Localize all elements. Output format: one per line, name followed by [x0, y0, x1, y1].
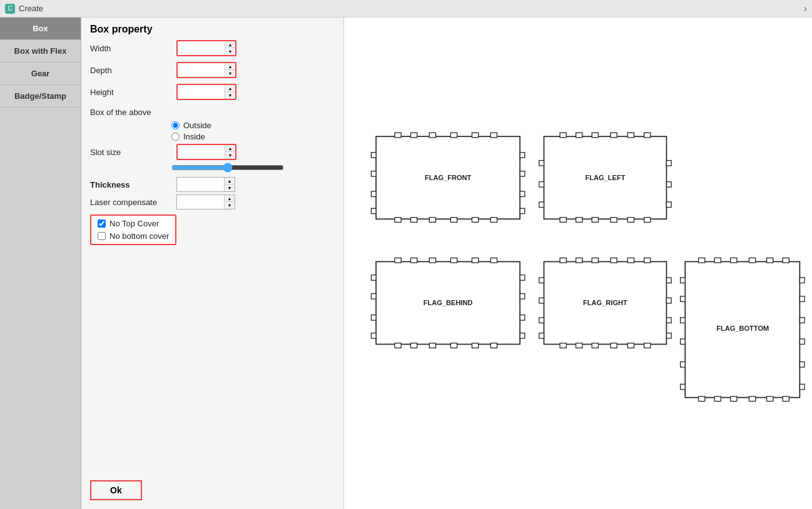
inside-radio[interactable]: [171, 133, 180, 141]
thickness-label: Thickness: [90, 180, 171, 189]
slot-up-btn[interactable]: ▲: [225, 145, 235, 152]
no-top-cover-label[interactable]: No Top Cover: [109, 219, 159, 228]
svg-rect-7: [395, 218, 401, 223]
laser-compensate-row: Laser compensate 0.30 ▲ ▼: [90, 194, 335, 209]
svg-rect-102: [799, 296, 804, 302]
svg-rect-52: [490, 343, 497, 348]
width-input-group: 126.00 ▲ ▼: [176, 40, 236, 56]
svg-rect-90: [714, 396, 721, 401]
svg-rect-97: [681, 318, 686, 323]
svg-rect-62: [560, 258, 566, 263]
svg-rect-12: [490, 218, 497, 223]
height-row: Height 56.00 ▲ ▼: [90, 84, 236, 100]
width-down-btn[interactable]: ▼: [225, 48, 235, 55]
svg-rect-28: [560, 218, 566, 223]
laser-input[interactable]: 0.30: [177, 195, 224, 209]
svg-rect-39: [666, 202, 671, 208]
width-row: Width 126.00 ▲ ▼: [90, 40, 236, 56]
svg-rect-103: [799, 318, 804, 323]
svg-rect-11: [472, 218, 478, 223]
panel-title: Box property: [90, 24, 335, 35]
inside-label[interactable]: Inside: [183, 132, 205, 141]
height-down-btn[interactable]: ▼: [225, 92, 235, 99]
ok-button-area: Ok: [81, 473, 343, 509]
canvas-area: FLAG_FRONT: [344, 18, 812, 509]
svg-rect-70: [592, 343, 598, 348]
svg-rect-105: [799, 362, 804, 368]
sidebar-item-badge-stamp[interactable]: Badge/Stamp: [0, 85, 81, 108]
svg-rect-106: [799, 384, 804, 390]
close-button[interactable]: ›: [804, 3, 807, 14]
no-bottom-cover-checkbox[interactable]: [98, 232, 106, 240]
slot-size-input-group: 10 ▲ ▼: [176, 144, 236, 160]
depth-down-btn[interactable]: ▼: [225, 70, 235, 77]
height-input[interactable]: 56.00: [178, 85, 225, 99]
svg-rect-18: [520, 171, 525, 177]
svg-rect-93: [767, 396, 773, 401]
properties-panel: Box property Width 126.00 ▲ ▼: [81, 18, 344, 509]
svg-rect-8: [410, 218, 417, 223]
outside-radio[interactable]: [171, 121, 180, 129]
no-bottom-cover-label[interactable]: No bottom cover: [109, 231, 169, 241]
laser-up-btn[interactable]: ▲: [225, 195, 235, 202]
slot-size-slider[interactable]: [171, 163, 284, 173]
svg-rect-83: [699, 258, 705, 263]
height-up-btn[interactable]: ▲: [225, 85, 235, 92]
svg-rect-22: [560, 133, 566, 138]
svg-rect-76: [539, 318, 544, 323]
svg-rect-99: [681, 362, 686, 368]
svg-rect-92: [749, 396, 755, 401]
svg-rect-71: [611, 343, 617, 348]
svg-rect-27: [644, 133, 651, 138]
svg-rect-78: [666, 278, 671, 283]
checkbox-group: No Top Cover No bottom cover: [90, 214, 176, 245]
svg-rect-23: [576, 133, 582, 138]
sidebar-item-box-flex[interactable]: Box with Flex: [0, 40, 81, 63]
svg-rect-89: [699, 396, 705, 401]
thickness-down-btn[interactable]: ▼: [225, 184, 235, 191]
laser-compensate-label: Laser compensate: [90, 198, 171, 207]
svg-rect-60: [520, 333, 525, 339]
svg-rect-37: [666, 161, 671, 166]
ok-button[interactable]: Ok: [90, 480, 142, 500]
slot-size-section: Slot size 10 ▲ ▼: [90, 144, 335, 174]
svg-rect-30: [592, 218, 598, 223]
svg-rect-43: [429, 258, 435, 263]
thickness-up-btn[interactable]: ▲: [225, 178, 235, 184]
depth-up-btn[interactable]: ▲: [225, 63, 235, 70]
svg-rect-53: [371, 275, 376, 281]
svg-rect-95: [681, 278, 686, 283]
svg-rect-87: [767, 258, 773, 263]
sidebar-spacer: [0, 108, 81, 509]
sidebar-item-gear[interactable]: Gear: [0, 63, 81, 85]
svg-rect-63: [576, 258, 582, 263]
thickness-row: Thickness 3.00 ▲ ▼: [90, 177, 335, 192]
svg-rect-31: [611, 218, 617, 223]
outside-label[interactable]: Outside: [183, 121, 211, 130]
svg-rect-56: [371, 333, 376, 339]
svg-rect-64: [592, 258, 598, 263]
sidebar: Box Box with Flex Gear Badge/Stamp: [0, 18, 81, 509]
depth-input[interactable]: 106.00: [178, 63, 225, 77]
width-input[interactable]: 126.00: [178, 41, 225, 55]
flag-front-label: FLAG_FRONT: [425, 174, 472, 181]
app-icon: C: [5, 4, 15, 14]
svg-rect-36: [539, 202, 544, 208]
width-label: Width: [90, 44, 171, 53]
height-label: Height: [90, 88, 171, 97]
width-up-btn[interactable]: ▲: [225, 41, 235, 48]
svg-rect-91: [731, 396, 737, 401]
svg-rect-41: [395, 258, 401, 263]
svg-rect-72: [627, 343, 634, 348]
svg-rect-48: [410, 343, 417, 348]
depth-label: Depth: [90, 66, 171, 75]
slot-down-btn[interactable]: ▼: [225, 152, 235, 159]
sidebar-item-box[interactable]: Box: [0, 18, 81, 40]
flag-left-label: FLAG_LEFT: [585, 174, 625, 181]
slot-size-input[interactable]: 10: [178, 145, 225, 159]
no-bottom-cover-row: No bottom cover: [98, 231, 169, 241]
svg-rect-1: [395, 133, 401, 138]
laser-down-btn[interactable]: ▼: [225, 202, 235, 209]
no-top-cover-checkbox[interactable]: [98, 219, 106, 228]
thickness-input[interactable]: 3.00: [177, 178, 224, 191]
